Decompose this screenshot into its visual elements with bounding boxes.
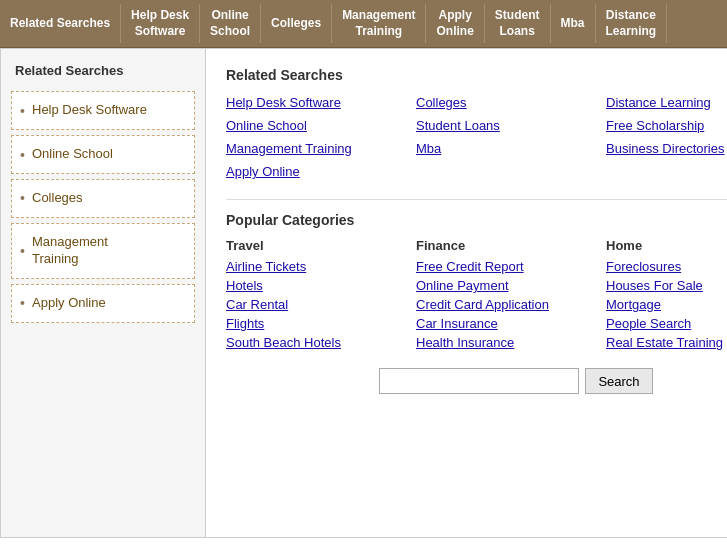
top-nav: Related Searches Help DeskSoftware Onlin… (0, 0, 727, 48)
link-real-estate-training[interactable]: Real Estate Training (606, 333, 727, 352)
link-airline-tickets[interactable]: Airline Tickets (226, 257, 416, 276)
home-column: Home Foreclosures Houses For Sale Mortga… (606, 238, 727, 352)
link-credit-card-application[interactable]: Credit Card Application (416, 295, 606, 314)
sidebar-link-online-school[interactable]: Online School (32, 146, 113, 163)
search-input[interactable] (379, 368, 579, 394)
link-free-scholarship[interactable]: Free Scholarship (606, 116, 727, 135)
finance-column: Finance Free Credit Report Online Paymen… (416, 238, 606, 352)
sidebar-link-apply-online[interactable]: Apply Online (32, 295, 106, 312)
sidebar-link-help-desk-software[interactable]: Help Desk Software (32, 102, 147, 119)
sidebar-item-colleges[interactable]: Colleges (11, 179, 195, 218)
sidebar-item-management-training[interactable]: ManagementTraining (11, 223, 195, 279)
sidebar-item-help-desk-software[interactable]: Help Desk Software (11, 91, 195, 130)
nav-colleges[interactable]: Colleges (261, 4, 332, 43)
nav-management-training[interactable]: ManagementTraining (332, 4, 426, 43)
empty-cell-2 (606, 162, 727, 181)
popular-categories-heading: Popular Categories (226, 212, 727, 228)
main-container: Related Searches Help Desk Software Onli… (0, 48, 727, 538)
link-apply-online[interactable]: Apply Online (226, 162, 416, 181)
link-south-beach-hotels[interactable]: South Beach Hotels (226, 333, 416, 352)
link-student-loans[interactable]: Student Loans (416, 116, 606, 135)
empty-cell-1 (416, 162, 606, 181)
nav-student-loans[interactable]: StudentLoans (485, 4, 551, 43)
link-mortgage[interactable]: Mortgage (606, 295, 727, 314)
popular-categories-grid: Travel Airline Tickets Hotels Car Rental… (226, 238, 727, 352)
link-health-insurance[interactable]: Health Insurance (416, 333, 606, 352)
link-online-payment[interactable]: Online Payment (416, 276, 606, 295)
search-button[interactable]: Search (585, 368, 652, 394)
link-colleges[interactable]: Colleges (416, 93, 606, 112)
main-content: Related Searches Help Desk Software Coll… (206, 49, 727, 537)
sidebar-link-colleges[interactable]: Colleges (32, 190, 83, 207)
nav-related-searches[interactable]: Related Searches (0, 4, 121, 43)
link-management-training[interactable]: Management Training (226, 139, 416, 158)
sidebar-item-online-school[interactable]: Online School (11, 135, 195, 174)
sidebar-item-apply-online[interactable]: Apply Online (11, 284, 195, 323)
nav-apply-online[interactable]: ApplyOnline (426, 4, 484, 43)
home-heading: Home (606, 238, 727, 253)
nav-distance-learning[interactable]: DistanceLearning (596, 4, 668, 43)
link-hotels[interactable]: Hotels (226, 276, 416, 295)
sidebar: Related Searches Help Desk Software Onli… (1, 49, 206, 537)
link-car-insurance[interactable]: Car Insurance (416, 314, 606, 333)
travel-column: Travel Airline Tickets Hotels Car Rental… (226, 238, 416, 352)
finance-heading: Finance (416, 238, 606, 253)
link-online-school[interactable]: Online School (226, 116, 416, 135)
link-distance-learning[interactable]: Distance Learning (606, 93, 727, 112)
search-bar: Search (226, 352, 727, 404)
travel-heading: Travel (226, 238, 416, 253)
nav-mba[interactable]: Mba (551, 4, 596, 43)
link-help-desk-software[interactable]: Help Desk Software (226, 93, 416, 112)
link-free-credit-report[interactable]: Free Credit Report (416, 257, 606, 276)
link-mba[interactable]: Mba (416, 139, 606, 158)
link-flights[interactable]: Flights (226, 314, 416, 333)
link-people-search[interactable]: People Search (606, 314, 727, 333)
section-divider (226, 199, 727, 200)
nav-help-desk-software[interactable]: Help DeskSoftware (121, 4, 200, 43)
related-searches-heading: Related Searches (226, 67, 727, 83)
link-business-directories[interactable]: Business Directories (606, 139, 727, 158)
sidebar-link-management-training[interactable]: ManagementTraining (32, 234, 108, 268)
link-car-rental[interactable]: Car Rental (226, 295, 416, 314)
link-foreclosures[interactable]: Foreclosures (606, 257, 727, 276)
nav-online-school[interactable]: OnlineSchool (200, 4, 261, 43)
link-houses-for-sale[interactable]: Houses For Sale (606, 276, 727, 295)
sidebar-title: Related Searches (1, 59, 205, 86)
related-links-grid: Help Desk Software Colleges Distance Lea… (226, 93, 727, 181)
